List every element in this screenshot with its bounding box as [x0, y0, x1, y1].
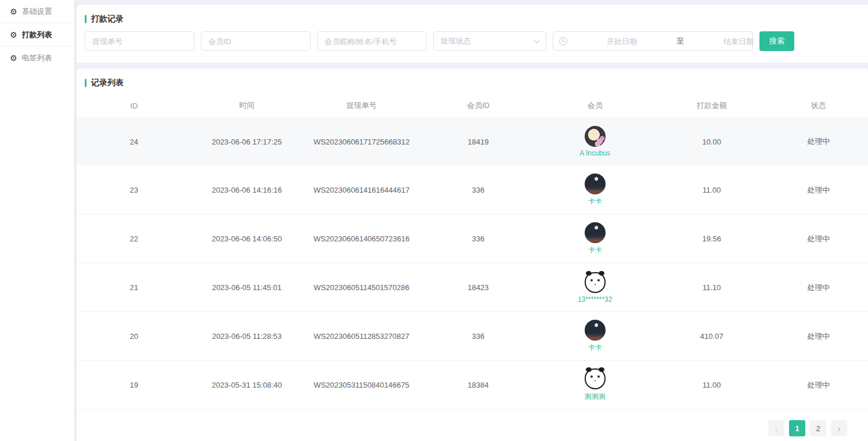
cell-order-no: WS20230531150840146675	[302, 381, 420, 389]
member-name-link[interactable]: 卡卡	[588, 245, 602, 255]
sidebar-item-基础设置[interactable]: ⚙基础设置	[0, 0, 74, 23]
table-row: 20 2023-06-05 11:28:53 WS202306051128532…	[77, 312, 868, 361]
gear-icon: ⚙	[10, 54, 17, 62]
table-row: 22 2023-06-06 14:06:50 WS202306061406507…	[77, 215, 868, 263]
column-header: 提现单号	[302, 100, 420, 111]
cell-amount: 19.56	[654, 234, 769, 243]
search-button[interactable]: 搜索	[759, 31, 794, 51]
cell-member: 卡卡	[536, 320, 654, 353]
main-content: 打款记录 提现状态 至 搜索 记录列表 ID时间提现单号会员ID会	[75, 0, 868, 441]
member-avatar[interactable]	[585, 272, 606, 293]
column-header: ID	[77, 102, 192, 110]
cell-status: 处理中	[769, 185, 868, 196]
sidebar-item-label: 打款列表	[22, 30, 52, 40]
withdraw-status-select[interactable]: 提现状态	[433, 31, 546, 51]
cell-amount: 11.00	[654, 186, 769, 194]
filter-row: 提现状态 至 搜索	[85, 31, 868, 51]
withdraw-order-input[interactable]	[85, 31, 195, 51]
start-date-input[interactable]	[571, 37, 673, 46]
member-name-link[interactable]: 13*******32	[578, 295, 612, 303]
column-header: 会员ID	[421, 100, 536, 111]
filter-title-text: 打款记录	[91, 14, 124, 24]
column-header: 状态	[769, 100, 868, 111]
title-accent-bar	[85, 79, 87, 87]
filter-panel: 打款记录 提现状态 至 搜索	[77, 5, 868, 63]
gear-icon: ⚙	[10, 8, 17, 16]
member-id-input[interactable]	[201, 31, 311, 51]
record-list-title: 记录列表	[77, 68, 868, 88]
sidebar-item-label: 基础设置	[22, 6, 52, 17]
cell-member: 卡卡	[536, 173, 654, 207]
member-info-input[interactable]	[317, 31, 427, 51]
cell-member-id: 336	[421, 186, 536, 194]
member-avatar[interactable]	[585, 368, 606, 389]
member-name-link[interactable]: 卡卡	[588, 343, 602, 353]
clock-icon	[559, 37, 567, 45]
member-avatar[interactable]	[585, 173, 606, 194]
cell-amount: 11.00	[654, 381, 769, 389]
cell-member-id: 336	[421, 332, 536, 341]
pagination-next-icon[interactable]: ›	[831, 420, 847, 436]
cell-order-no: WS20230606141616444617	[302, 186, 420, 194]
cell-member-id: 18423	[421, 283, 536, 292]
cell-amount: 10.00	[654, 138, 769, 146]
record-list-title-text: 记录列表	[91, 78, 124, 88]
filter-panel-title: 打款记录	[77, 5, 868, 24]
table-row: 19 2023-05-31 15:08:40 WS202305311508401…	[77, 361, 868, 410]
pagination-page-1[interactable]: 1	[789, 420, 805, 436]
cell-id: 23	[77, 186, 192, 194]
records-table: ID时间提现单号会员ID会员打款金额状态 24 2023-06-06 17:17…	[77, 94, 868, 410]
sidebar-item-打款列表[interactable]: ⚙打款列表	[0, 23, 74, 46]
sidebar-item-label: 电签列表	[22, 53, 52, 63]
member-name-link[interactable]: 卡卡	[588, 197, 602, 207]
cell-time: 2023-06-06 17:17:25	[192, 138, 302, 146]
cell-id: 24	[77, 138, 192, 146]
cell-time: 2023-06-06 14:06:50	[192, 234, 302, 243]
member-avatar[interactable]	[585, 320, 606, 341]
cell-status: 处理中	[769, 283, 868, 293]
cell-id: 19	[77, 381, 192, 389]
cell-member-id: 336	[421, 234, 536, 243]
table-header-row: ID时间提现单号会员ID会员打款金额状态	[77, 94, 868, 117]
cell-time: 2023-06-06 14:16:16	[192, 186, 302, 194]
cell-order-no: WS20230606171725668312	[302, 138, 420, 146]
cell-time: 2023-06-05 11:28:53	[192, 332, 302, 341]
cell-member: 测测测	[536, 368, 654, 402]
cell-member: A Incubus	[536, 126, 654, 157]
table-row: 21 2023-06-05 11:45:01 WS202306051145015…	[77, 263, 868, 312]
cell-id: 20	[77, 332, 192, 341]
cell-status: 处理中	[769, 380, 868, 391]
cell-time: 2023-05-31 15:08:40	[192, 381, 302, 389]
pagination: ‹12›	[77, 410, 868, 436]
cell-member-id: 18384	[421, 381, 536, 389]
cell-status: 处理中	[769, 234, 868, 244]
cell-amount: 410.07	[654, 332, 769, 341]
cell-order-no: WS20230605112853270827	[302, 332, 420, 341]
member-name-link[interactable]: 测测测	[585, 392, 606, 402]
gear-icon: ⚙	[10, 31, 17, 39]
column-header: 时间	[192, 100, 302, 111]
cell-member-id: 18419	[421, 138, 536, 146]
cell-order-no: WS20230605114501570286	[302, 283, 420, 292]
cell-order-no: WS20230606140650723616	[302, 234, 420, 243]
pagination-page-2[interactable]: 2	[810, 420, 826, 436]
column-header: 打款金额	[654, 100, 769, 111]
sidebar: ⚙基础设置⚙打款列表⚙电签列表	[0, 0, 74, 441]
table-row: 23 2023-06-06 14:16:16 WS202306061416164…	[77, 166, 868, 215]
date-range-picker[interactable]: 至	[553, 31, 753, 51]
cell-status: 处理中	[769, 331, 868, 342]
column-header: 会员	[536, 100, 654, 111]
pagination-prev-icon[interactable]: ‹	[768, 420, 784, 436]
member-avatar[interactable]	[585, 222, 606, 243]
cell-time: 2023-06-05 11:45:01	[192, 283, 302, 292]
member-name-link[interactable]: A Incubus	[579, 149, 610, 157]
cell-member: 卡卡	[536, 222, 654, 255]
cell-id: 21	[77, 283, 192, 292]
record-list-panel: 记录列表 ID时间提现单号会员ID会员打款金额状态 24 2023-06-06 …	[77, 68, 868, 441]
date-range-separator: 至	[676, 36, 684, 46]
sidebar-item-电签列表[interactable]: ⚙电签列表	[0, 46, 74, 70]
chevron-down-icon	[534, 37, 540, 43]
cell-amount: 11.10	[654, 283, 769, 292]
table-row: 24 2023-06-06 17:17:25 WS202306061717256…	[77, 117, 868, 166]
member-avatar[interactable]	[585, 126, 606, 147]
